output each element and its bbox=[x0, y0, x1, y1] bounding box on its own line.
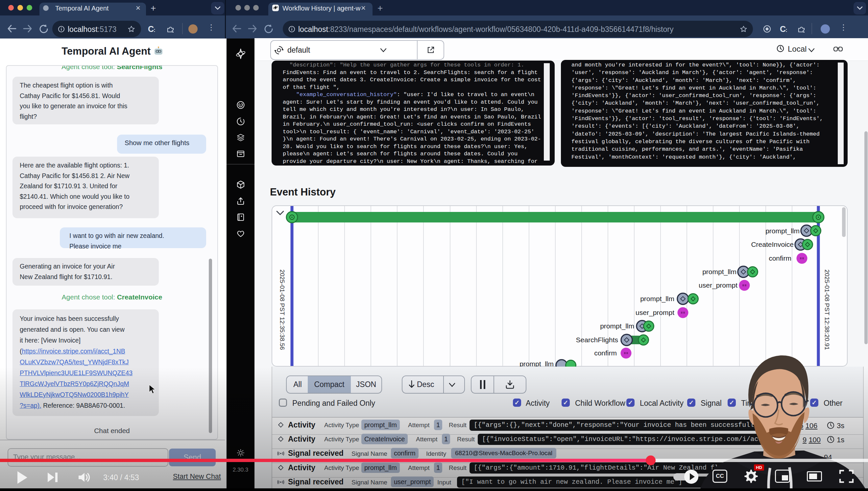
svg-text:confirm: confirm bbox=[769, 254, 792, 262]
svg-text:prompt_llm: prompt_llm bbox=[640, 295, 674, 303]
svg-text:user_prompt: user_prompt bbox=[636, 309, 674, 317]
svg-text:user_prompt: user_prompt bbox=[699, 281, 738, 289]
svg-text:confirm: confirm bbox=[594, 349, 617, 357]
svg-text:2025-01-08 PST 12:35:38.56: 2025-01-08 PST 12:35:38.56 bbox=[279, 269, 286, 350]
svg-text:SearchFlights: SearchFlights bbox=[576, 336, 618, 344]
svg-text:2025-01-08 PST 12:38:20.91: 2025-01-08 PST 12:38:20.91 bbox=[824, 269, 831, 350]
svg-text:prompt_llm: prompt_llm bbox=[600, 322, 634, 330]
svg-text:prompt_llm: prompt_llm bbox=[766, 227, 800, 235]
svg-text:CreateInvoice: CreateInvoice bbox=[751, 240, 794, 248]
svg-text:prompt_llm: prompt_llm bbox=[702, 268, 737, 276]
svg-text:prompt_llm: prompt_llm bbox=[520, 360, 554, 367]
